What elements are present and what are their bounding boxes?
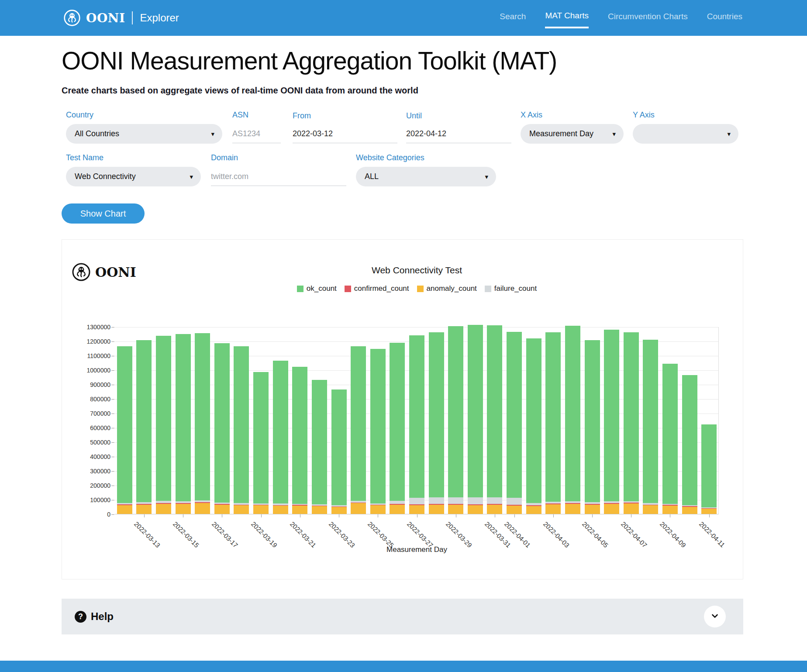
bar-segment-confirmed_count-2022-04-09[interactable] [662,505,678,506]
bar-segment-ok_count-2022-03-16[interactable] [195,333,210,501]
bar-segment-failure_count-2022-03-17[interactable] [214,503,230,504]
bar-segment-ok_count-2022-03-29[interactable] [448,326,463,497]
bar-segment-anomaly_count-2022-03-22[interactable] [312,506,327,514]
bar-segment-anomaly_count-2022-04-08[interactable] [643,505,658,514]
bar-segment-ok_count-2022-03-17[interactable] [214,343,230,503]
bar-segment-ok_count-2022-03-14[interactable] [156,336,171,501]
bar-segment-anomaly_count-2022-03-20[interactable] [273,506,288,514]
bar-segment-confirmed_count-2022-03-12[interactable] [117,504,132,505]
bar-segment-anomaly_count-2022-03-28[interactable] [429,505,444,514]
bar-segment-anomaly_count-2022-04-05[interactable] [585,505,600,514]
bar-segment-anomaly_count-2022-03-27[interactable] [409,505,424,514]
bar-segment-ok_count-2022-04-02[interactable] [526,338,541,503]
bar-segment-ok_count-2022-04-08[interactable] [643,340,658,503]
bar-segment-confirmed_count-2022-03-28[interactable] [429,504,444,505]
bar-segment-confirmed_count-2022-04-06[interactable] [604,503,619,504]
bar-segment-ok_count-2022-03-26[interactable] [390,343,405,501]
bar-segment-confirmed_count-2022-03-19[interactable] [253,505,269,505]
bar-segment-ok_count-2022-03-19[interactable] [253,372,269,503]
bar-segment-confirmed_count-2022-04-07[interactable] [624,503,639,503]
bar-segment-failure_count-2022-03-15[interactable] [176,501,191,503]
bar-segment-failure_count-2022-04-01[interactable] [507,498,522,505]
test-name-select[interactable]: Web Connectivity ▾ [66,167,201,186]
bar-segment-failure_count-2022-03-19[interactable] [253,503,269,505]
legend-item-confirmed_count[interactable]: confirmed_count [345,284,409,293]
bar-segment-failure_count-2022-03-29[interactable] [448,497,463,504]
bar-segment-failure_count-2022-03-13[interactable] [136,502,152,504]
bar-segment-failure_count-2022-03-30[interactable] [468,497,483,505]
bar-segment-ok_count-2022-03-12[interactable] [117,346,132,503]
bar-segment-confirmed_count-2022-03-15[interactable] [176,503,191,504]
bar-segment-failure_count-2022-03-31[interactable] [487,497,502,504]
bar-segment-failure_count-2022-03-14[interactable] [156,501,171,503]
bar-segment-ok_count-2022-04-07[interactable] [624,332,639,501]
bar-segment-anomaly_count-2022-03-26[interactable] [390,505,405,514]
bar-segment-anomaly_count-2022-03-21[interactable] [292,506,307,514]
bar-segment-confirmed_count-2022-04-11[interactable] [701,508,717,509]
nav-item-search[interactable]: Search [500,8,526,28]
bar-segment-anomaly_count-2022-04-09[interactable] [662,506,678,514]
bar-segment-confirmed_count-2022-04-03[interactable] [545,503,561,504]
website-categories-select[interactable]: ALL ▾ [356,167,496,186]
legend-item-failure_count[interactable]: failure_count [485,284,537,293]
bar-segment-anomaly_count-2022-03-18[interactable] [234,505,249,514]
legend-item-anomaly_count[interactable]: anomaly_count [417,284,477,293]
bar-segment-anomaly_count-2022-04-01[interactable] [507,506,522,514]
bar-segment-anomaly_count-2022-04-11[interactable] [701,509,717,514]
bar-segment-confirmed_count-2022-03-14[interactable] [156,503,171,504]
bar-segment-anomaly_count-2022-04-04[interactable] [565,504,580,514]
bar-segment-failure_count-2022-03-23[interactable] [331,505,347,507]
domain-field[interactable] [211,168,346,186]
show-chart-button[interactable]: Show Chart [62,203,145,224]
bar-segment-anomaly_count-2022-04-10[interactable] [682,507,697,514]
bar-segment-anomaly_count-2022-03-15[interactable] [176,504,191,514]
nav-item-mat-charts[interactable]: MAT Charts [545,7,589,28]
bar-segment-confirmed_count-2022-04-10[interactable] [682,506,697,507]
bar-segment-ok_count-2022-03-21[interactable] [292,367,307,504]
bar-segment-anomaly_count-2022-03-24[interactable] [351,503,366,514]
bar-segment-anomaly_count-2022-03-12[interactable] [117,505,132,514]
ooni-explorer-logo[interactable]: OONI Explorer [63,9,179,27]
bar-segment-failure_count-2022-03-27[interactable] [409,498,424,504]
bar-segment-confirmed_count-2022-03-17[interactable] [214,504,230,505]
bar-segment-confirmed_count-2022-03-22[interactable] [312,506,327,506]
bar-segment-ok_count-2022-04-11[interactable] [701,424,717,507]
y-axis-select[interactable]: ▾ [633,124,738,144]
help-expand-button[interactable] [704,606,726,627]
bar-segment-confirmed_count-2022-03-24[interactable] [351,503,366,503]
bar-segment-ok_count-2022-04-06[interactable] [604,330,619,501]
legend-item-ok_count[interactable]: ok_count [297,284,337,293]
bar-segment-ok_count-2022-03-22[interactable] [312,380,327,504]
bar-segment-confirmed_count-2022-03-29[interactable] [448,504,463,505]
bar-segment-failure_count-2022-04-03[interactable] [545,502,561,503]
bar-segment-failure_count-2022-03-22[interactable] [312,504,327,506]
bar-segment-confirmed_count-2022-03-21[interactable] [292,505,307,506]
bar-segment-failure_count-2022-04-08[interactable] [643,503,658,504]
bar-segment-ok_count-2022-03-23[interactable] [331,389,347,506]
country-select[interactable]: All Countries ▾ [66,124,222,144]
help-panel[interactable]: ? Help [62,599,743,634]
bar-segment-confirmed_count-2022-03-25[interactable] [370,505,386,505]
bar-segment-confirmed_count-2022-03-26[interactable] [390,504,405,505]
x-axis-select[interactable]: Measurement Day ▾ [521,124,624,144]
bar-segment-ok_count-2022-03-15[interactable] [176,334,191,501]
nav-item-countries[interactable]: Countries [707,8,742,28]
bar-segment-confirmed_count-2022-03-18[interactable] [234,505,249,506]
bar-segment-failure_count-2022-03-20[interactable] [273,503,288,505]
bar-segment-confirmed_count-2022-04-05[interactable] [585,504,600,505]
bar-segment-failure_count-2022-03-26[interactable] [390,501,405,504]
bar-segment-confirmed_count-2022-03-31[interactable] [487,504,502,505]
bar-segment-anomaly_count-2022-03-17[interactable] [214,505,230,514]
bar-segment-ok_count-2022-04-09[interactable] [662,364,678,503]
bar-segment-ok_count-2022-04-04[interactable] [565,326,580,501]
bar-segment-failure_count-2022-04-10[interactable] [682,505,697,506]
from-date-field[interactable] [293,125,397,143]
bar-segment-failure_count-2022-04-06[interactable] [604,501,619,503]
bar-segment-failure_count-2022-04-11[interactable] [701,507,717,509]
bar-segment-ok_count-2022-03-20[interactable] [273,361,288,504]
bar-segment-failure_count-2022-03-16[interactable] [195,500,210,502]
bar-segment-ok_count-2022-04-01[interactable] [507,332,522,498]
bar-segment-ok_count-2022-03-25[interactable] [370,349,386,503]
bar-segment-anomaly_count-2022-03-16[interactable] [195,503,210,514]
bar-segment-failure_count-2022-03-12[interactable] [117,503,132,504]
